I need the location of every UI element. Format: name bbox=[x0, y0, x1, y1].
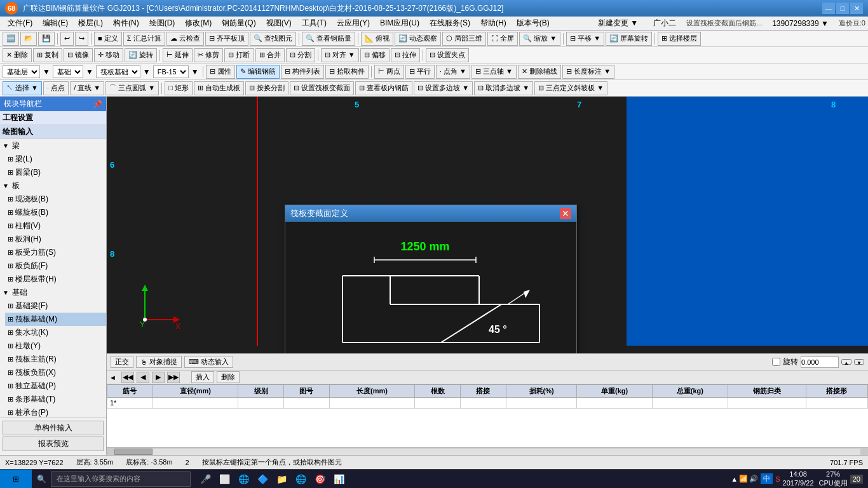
menu-component[interactable]: 构件(N) bbox=[108, 17, 144, 30]
sidebar-item-engineering-setup[interactable]: 工程设置 bbox=[0, 111, 106, 125]
select-layer-btn[interactable]: ⊞ 选择楼层 bbox=[658, 32, 701, 46]
sidebar-item-beam[interactable]: ⊞ 梁(L) bbox=[5, 152, 106, 166]
sidebar-item-raft-main-rebar[interactable]: ⊞筏板主筋(R) bbox=[5, 353, 106, 366]
flatten-btn[interactable]: ⊟ 齐平板顶 bbox=[205, 32, 248, 46]
rotate-btn[interactable]: 🔄 旋转 bbox=[125, 48, 157, 62]
menu-version[interactable]: 版本号(B) bbox=[512, 17, 555, 30]
single-component-btn[interactable]: 单构件输入 bbox=[3, 421, 104, 435]
nav-insert-btn[interactable]: 插入 bbox=[191, 371, 214, 383]
point-btn[interactable]: · 点点 bbox=[43, 81, 69, 95]
undo-btn[interactable]: ↩ bbox=[60, 32, 74, 46]
search-bar[interactable]: 在这里输入你要搜索的内容 bbox=[51, 471, 191, 487]
sidebar-item-floor-band[interactable]: ⊞楼层板带(H) bbox=[5, 273, 106, 286]
dynamic-view-btn[interactable]: 🔄 动态观察 bbox=[395, 32, 441, 46]
sidebar-item-column-pier[interactable]: ⊞柱墩(Y) bbox=[5, 339, 106, 353]
sum-btn[interactable]: Σ 汇总计算 bbox=[123, 32, 165, 46]
pick-component-btn[interactable]: ⊟ 拾取构件 bbox=[325, 65, 369, 79]
component-list-btn[interactable]: ⊟ 构件列表 bbox=[281, 65, 324, 79]
sidebar-item-slab-group[interactable]: ▼ 板 bbox=[0, 179, 106, 193]
floor-select[interactable]: 基础层 bbox=[3, 65, 40, 78]
sidebar-item-beam-group[interactable]: ▼ 梁 bbox=[0, 139, 106, 152]
task-view-icon[interactable]: ⬜ bbox=[215, 470, 234, 489]
arc-btn[interactable]: ⌒ 三点圆弧 ▼ bbox=[105, 81, 159, 95]
cell-unit-weight[interactable] bbox=[577, 398, 653, 409]
menu-online[interactable]: 在线服务(S) bbox=[424, 17, 475, 30]
menu-bim[interactable]: BIM应用(U) bbox=[375, 17, 424, 30]
sidebar-item-cast-slab[interactable]: ⊞现浇板(B) bbox=[5, 193, 106, 206]
fullscreen-btn[interactable]: ⛶ 全屏 bbox=[487, 32, 518, 46]
three-point-axis-btn[interactable]: ⊟ 三点轴 ▼ bbox=[471, 65, 517, 79]
horizontal-scrollbar[interactable] bbox=[107, 447, 868, 455]
report-preview-btn[interactable]: 报表预览 bbox=[3, 437, 104, 451]
move-btn[interactable]: ✛ 移动 bbox=[94, 48, 123, 62]
break-btn[interactable]: ⊟ 打断 bbox=[224, 48, 254, 62]
store-icon[interactable]: 🔷 bbox=[253, 470, 272, 489]
cell-length[interactable] bbox=[329, 398, 414, 409]
menu-modify[interactable]: 修改(M) bbox=[180, 17, 217, 30]
parallel-btn[interactable]: ⊟ 平移 ▼ bbox=[566, 32, 604, 46]
two-point-btn[interactable]: ⊢ 两点 bbox=[374, 65, 404, 79]
sidebar-item-neg-rebar[interactable]: ⊞板负筋(F) bbox=[5, 259, 106, 273]
find-element-btn[interactable]: 🔍 查找图元 bbox=[250, 32, 296, 46]
dynamic-input-btn[interactable]: ⌨ 动态输入 bbox=[184, 356, 233, 368]
nav-next-btn[interactable]: ▶ bbox=[152, 372, 165, 383]
trim-btn[interactable]: ✂ 修剪 bbox=[194, 48, 223, 62]
split-btn[interactable]: ⊟ 分割 bbox=[286, 48, 315, 62]
cell-splice-type[interactable] bbox=[806, 398, 867, 409]
new-btn[interactable]: 🆕 bbox=[3, 32, 19, 46]
menu-guanger[interactable]: 广小二 bbox=[648, 17, 681, 30]
local-3d-btn[interactable]: ⬡ 局部三维 bbox=[442, 32, 486, 46]
nav-first-btn[interactable]: ◀◀ bbox=[121, 372, 134, 383]
sidebar-item-isolated-foundation[interactable]: ⊞独立基础(P) bbox=[5, 379, 106, 393]
view-rebar-btn[interactable]: 🔍 查看钢筋量 bbox=[302, 32, 355, 46]
delete-btn[interactable]: ✕ 删除 bbox=[3, 48, 32, 62]
three-point-slope-btn[interactable]: ⊟ 三点定义斜坡板 ▼ bbox=[534, 81, 607, 95]
edge-icon[interactable]: 🌐 bbox=[291, 470, 310, 489]
menu-rebar-qty[interactable]: 钢筋量(Q) bbox=[217, 17, 261, 30]
ime-label[interactable]: 中 bbox=[761, 473, 773, 484]
delete-aux-btn[interactable]: ✕ 删除辅线 bbox=[518, 65, 561, 79]
cancel-multi-slope-btn[interactable]: ⊟ 取消多边坡 ▼ bbox=[474, 81, 533, 95]
sidebar-item-foundation-beam[interactable]: ⊞基础梁(F) bbox=[5, 299, 106, 313]
view-inner-rebar-btn[interactable]: ⊟ 查看板内钢筋 bbox=[355, 81, 412, 95]
length-mark-btn[interactable]: ⊟ 长度标注 ▼ bbox=[562, 65, 614, 79]
cell-rebar-num[interactable]: 1* bbox=[107, 398, 153, 409]
save-btn[interactable]: 💾 bbox=[38, 32, 55, 46]
sidebar-pin[interactable]: 📌 bbox=[93, 100, 102, 109]
cell-shape[interactable] bbox=[283, 398, 329, 409]
sidebar-item-slab-hole[interactable]: ⊞板洞(H) bbox=[5, 233, 106, 246]
sidebar-item-slab-rebar[interactable]: ⊞板受力筋(S) bbox=[5, 246, 106, 259]
menu-edit[interactable]: 编辑(E) bbox=[37, 17, 73, 30]
parallel-line-btn[interactable]: ⊟ 平行 bbox=[405, 65, 435, 79]
sidebar-item-raft-neg-rebar[interactable]: ⊞筏板负筋(X) bbox=[5, 366, 106, 379]
cell-count[interactable] bbox=[415, 398, 461, 409]
scrollbar-thumb[interactable] bbox=[114, 449, 153, 455]
open-btn[interactable]: 📂 bbox=[20, 32, 37, 46]
sidebar-item-column-cap[interactable]: ⊞柱帽(V) bbox=[5, 219, 106, 233]
menu-file[interactable]: 文件(F) bbox=[3, 17, 37, 30]
rotate-value-input[interactable] bbox=[801, 356, 839, 368]
maximize-button[interactable]: □ bbox=[836, 3, 849, 14]
extend-btn[interactable]: ⊢ 延伸 bbox=[163, 48, 193, 62]
menu-floor[interactable]: 楼层(L) bbox=[73, 17, 108, 30]
app-icon[interactable]: 📊 bbox=[329, 470, 348, 489]
nav-prev-btn[interactable]: ◀ bbox=[137, 372, 149, 383]
line-btn[interactable]: / 直线 ▼ bbox=[70, 81, 104, 95]
offset-btn[interactable]: ⊟ 偏移 bbox=[360, 48, 390, 62]
browser-icon[interactable]: 🌐 bbox=[234, 470, 253, 489]
cell-overlap[interactable] bbox=[460, 398, 506, 409]
sidebar-item-drawing-input[interactable]: 绘图输入 bbox=[0, 125, 106, 139]
sidebar-item-raft-foundation[interactable]: ⊞筏板基础(M) bbox=[5, 313, 106, 326]
cloud-check-btn[interactable]: ☁ 云检查 bbox=[166, 32, 204, 46]
split-by-btn[interactable]: ⊟ 按换分割 bbox=[245, 81, 288, 95]
nav-last-btn[interactable]: ▶▶ bbox=[167, 372, 180, 383]
menu-draw[interactable]: 绘图(D) bbox=[144, 17, 180, 30]
auto-gen-btn[interactable]: ⊞ 自动生成板 bbox=[194, 81, 244, 95]
sidebar-item-spiral-slab[interactable]: ⊞螺旋板(B) bbox=[5, 206, 106, 219]
menu-view[interactable]: 视图(V) bbox=[261, 17, 297, 30]
stretch-btn[interactable]: ⊟ 拉伸 bbox=[391, 48, 420, 62]
sidebar-item-pile-cap[interactable]: ⊞桩承台(P) bbox=[5, 406, 106, 417]
point-angle-btn[interactable]: · 点角 ▼ bbox=[436, 65, 470, 79]
nav-delete-btn[interactable]: 删除 bbox=[217, 371, 240, 383]
component-type-select[interactable]: 筏板基础 bbox=[96, 65, 140, 78]
